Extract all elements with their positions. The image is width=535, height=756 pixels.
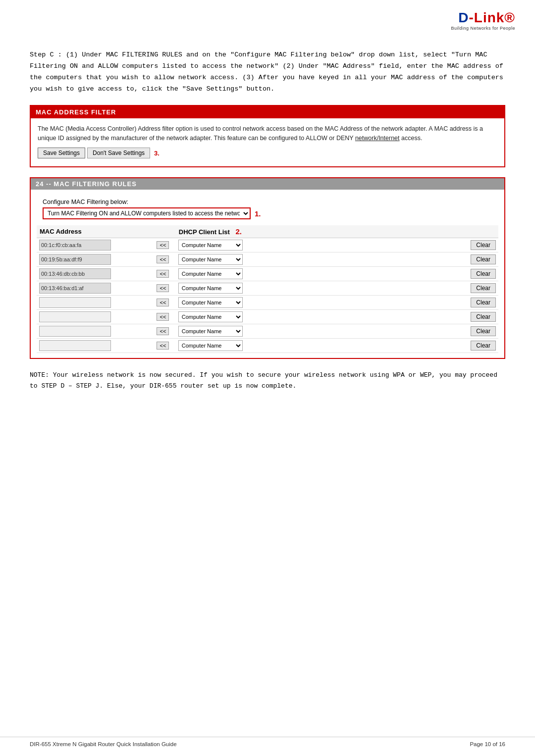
row-spacer [322, 339, 454, 353]
table-row: <<Computer NameClear [37, 238, 498, 252]
mac-filtering-dropdown[interactable]: Turn MAC Filtering ON and ALLOW computer… [43, 207, 251, 219]
mac-address-input[interactable] [39, 240, 111, 251]
arrow-button[interactable]: << [157, 284, 169, 292]
clear-button[interactable]: Clear [471, 240, 496, 250]
clear-button[interactable]: Clear [471, 341, 496, 351]
step1-label: 1. [255, 209, 261, 218]
dont-save-settings-button[interactable]: Don't Save Settings [87, 148, 150, 158]
clear-button[interactable]: Clear [471, 269, 496, 279]
dhcp-client-dropdown[interactable]: Computer Name [178, 268, 243, 279]
clear-button[interactable]: Clear [471, 283, 496, 293]
table-row: <<Computer NameClear [37, 296, 498, 310]
arrow-button[interactable]: << [157, 270, 169, 278]
dhcp-client-dropdown[interactable]: Computer Name [178, 297, 243, 308]
table-row: <<Computer NameClear [37, 267, 498, 281]
clear-button[interactable]: Clear [471, 298, 496, 307]
dhcp-client-dropdown[interactable]: Computer Name [178, 326, 243, 337]
note-paragraph: NOTE: Your wireless network is now secur… [30, 370, 505, 392]
table-row: <<Computer NameClear [37, 324, 498, 339]
intro-paragraph: Step C : (1) Under MAC FILTERING RULES a… [30, 50, 505, 95]
step2-label: 2. [231, 227, 242, 236]
clear-button[interactable]: Clear [471, 312, 496, 322]
configure-label: Configure MAC Filtering below: [43, 199, 492, 205]
arrow-button[interactable]: << [157, 241, 169, 249]
mac-address-input[interactable] [39, 340, 111, 351]
table-row: <<Computer NameClear [37, 252, 498, 267]
dhcp-client-dropdown[interactable]: Computer Name [178, 340, 243, 351]
row-spacer [322, 238, 454, 252]
save-buttons-row: Save Settings Don't Save Settings 3. [38, 148, 497, 158]
mac-address-input[interactable] [39, 326, 111, 337]
row-spacer [322, 296, 454, 310]
mac-address-table: MAC Address DHCP Client List 2. <<Comput… [37, 225, 498, 353]
mac-address-input[interactable] [39, 311, 111, 322]
step3-label: 3. [154, 150, 160, 157]
col-header-arrow [150, 225, 176, 238]
save-settings-button[interactable]: Save Settings [38, 148, 85, 158]
mac-rules-title: 24 -- MAC FILTERING RULES [31, 178, 504, 190]
row-spacer [322, 281, 454, 296]
footer-right: Page 10 of 16 [470, 741, 505, 747]
mac-address-input[interactable] [39, 297, 111, 308]
arrow-button[interactable]: << [157, 299, 169, 306]
mac-filter-description: The MAC (Media Access Controller) Addres… [38, 124, 497, 143]
dhcp-client-dropdown[interactable]: Computer Name [178, 283, 243, 294]
col-spacer [322, 225, 454, 238]
configure-section: Configure MAC Filtering below: Turn MAC … [37, 195, 498, 221]
logo-subtitle: Building Networks for People [451, 26, 515, 31]
arrow-button[interactable]: << [157, 313, 169, 321]
mac-address-input[interactable] [39, 254, 111, 265]
mac-filter-title: MAC ADDRESS FILTER [31, 106, 504, 118]
dhcp-client-dropdown[interactable]: Computer Name [178, 254, 243, 265]
col-header-clear [454, 225, 498, 238]
col-header-mac: MAC Address [37, 225, 150, 238]
mac-address-filter-panel: MAC ADDRESS FILTER The MAC (Media Access… [30, 105, 505, 168]
table-row: <<Computer NameClear [37, 281, 498, 296]
clear-button[interactable]: Clear [471, 254, 496, 264]
logo-area: D-Link® Building Networks for People [451, 10, 515, 31]
network-internet-underline: network/Internet [355, 135, 400, 142]
dlink-logo: D-Link® [451, 10, 515, 26]
dhcp-client-dropdown[interactable]: Computer Name [178, 311, 243, 322]
row-spacer [322, 267, 454, 281]
configure-select-row: Turn MAC Filtering ON and ALLOW computer… [43, 207, 492, 219]
arrow-button[interactable]: << [157, 342, 169, 350]
clear-button[interactable]: Clear [471, 326, 496, 336]
footer-left: DIR-655 Xtreme N Gigabit Router Quick In… [30, 741, 177, 747]
arrow-button[interactable]: << [157, 327, 169, 335]
mac-address-input[interactable] [39, 283, 111, 294]
page-footer: DIR-655 Xtreme N Gigabit Router Quick In… [0, 737, 535, 747]
row-spacer [322, 252, 454, 267]
mac-filtering-rules-panel: 24 -- MAC FILTERING RULES Configure MAC … [30, 177, 505, 359]
table-row: <<Computer NameClear [37, 310, 498, 324]
table-row: <<Computer NameClear [37, 339, 498, 353]
dhcp-client-dropdown[interactable]: Computer Name [178, 240, 243, 251]
arrow-button[interactable]: << [157, 255, 169, 263]
row-spacer [322, 324, 454, 339]
row-spacer [322, 310, 454, 324]
mac-address-input[interactable] [39, 268, 111, 279]
col-header-dhcp: DHCP Client List 2. [176, 225, 322, 238]
